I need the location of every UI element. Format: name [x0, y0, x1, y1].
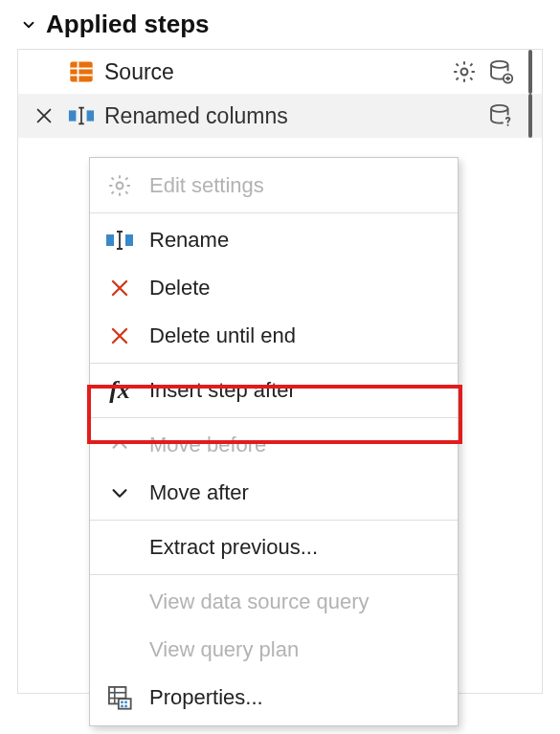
svg-rect-8	[69, 110, 76, 121]
context-menu: Edit settings Rename Delete Dele	[89, 157, 459, 726]
menu-item-move-before: Move before	[90, 421, 458, 469]
step-label: Source	[104, 59, 174, 85]
menu-item-label: Move after	[149, 480, 249, 505]
rename-icon	[103, 224, 136, 256]
svg-point-12	[117, 183, 123, 189]
rename-columns-icon	[68, 102, 95, 129]
source-icon	[68, 58, 95, 85]
svg-rect-23	[124, 705, 127, 708]
menu-item-label: View data source query	[149, 589, 370, 614]
database-query-icon[interactable]	[486, 101, 515, 130]
close-icon	[103, 320, 136, 352]
blank-icon	[103, 634, 136, 666]
menu-item-delete-until-end[interactable]: Delete until end	[90, 312, 458, 360]
separator	[90, 520, 458, 521]
chevron-up-icon	[103, 429, 136, 461]
applied-steps-header[interactable]: Applied steps	[11, 6, 549, 49]
close-icon	[103, 272, 136, 304]
scroll-track	[528, 50, 532, 94]
row-actions	[450, 50, 532, 94]
svg-point-6	[491, 61, 508, 68]
svg-rect-13	[106, 234, 114, 246]
menu-item-rename[interactable]: Rename	[90, 216, 458, 264]
menu-item-insert-step-after[interactable]: fx Insert step after	[90, 367, 458, 414]
svg-rect-20	[121, 701, 123, 704]
row-actions	[486, 94, 532, 138]
steps-panel: Source	[17, 49, 543, 694]
chevron-down-icon	[103, 477, 136, 509]
svg-point-10	[491, 105, 508, 112]
svg-rect-14	[125, 234, 133, 246]
blank-icon	[103, 531, 136, 564]
menu-item-properties[interactable]: Properties...	[90, 674, 458, 722]
menu-item-view-data-source-query: View data source query	[90, 578, 458, 626]
menu-item-move-after[interactable]: Move after	[90, 469, 458, 517]
section-title: Applied steps	[46, 10, 209, 39]
menu-item-label: Move before	[149, 433, 266, 457]
svg-rect-21	[124, 701, 127, 704]
menu-item-label: View query plan	[149, 637, 299, 662]
delete-step-icon[interactable]	[30, 105, 58, 126]
svg-rect-9	[87, 110, 94, 121]
menu-item-label: Delete	[149, 276, 211, 300]
menu-item-label: Extract previous...	[149, 535, 318, 560]
blank-icon	[103, 586, 136, 618]
step-label: Renamed columns	[104, 103, 288, 129]
menu-item-view-query-plan: View query plan	[90, 626, 458, 674]
separator	[90, 574, 458, 575]
svg-point-11	[507, 124, 509, 126]
menu-item-label: Edit settings	[149, 173, 264, 198]
svg-rect-22	[121, 705, 123, 708]
menu-item-delete[interactable]: Delete	[90, 264, 458, 312]
separator	[90, 417, 458, 418]
svg-point-5	[461, 69, 468, 76]
step-row[interactable]: Renamed columns	[18, 94, 542, 138]
menu-item-extract-previous[interactable]: Extract previous...	[90, 523, 458, 571]
gear-icon	[103, 169, 136, 202]
menu-item-label: Delete until end	[149, 323, 296, 348]
gear-icon[interactable]	[450, 57, 479, 86]
scroll-track	[528, 94, 532, 138]
menu-item-edit-settings: Edit settings	[90, 162, 458, 210]
menu-item-label: Insert step after	[149, 378, 296, 403]
menu-item-label: Properties...	[149, 685, 263, 710]
function-icon: fx	[103, 374, 136, 407]
separator	[90, 212, 458, 213]
step-row[interactable]: Source	[18, 50, 542, 94]
menu-item-label: Rename	[149, 228, 229, 253]
chevron-down-icon	[19, 15, 38, 34]
properties-icon	[103, 681, 136, 714]
separator	[90, 363, 458, 364]
database-add-icon[interactable]	[486, 57, 515, 86]
